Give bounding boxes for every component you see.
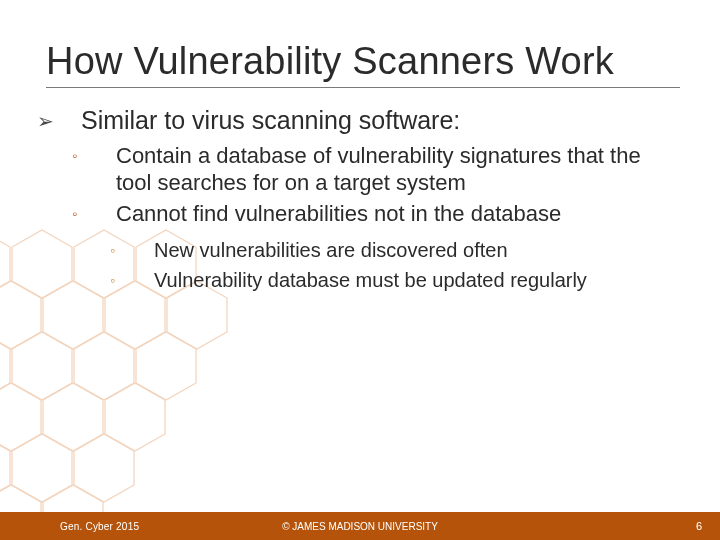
bullet-text: Contain a database of vulnerability sign…: [116, 143, 641, 195]
list-item: ◦New vulnerabilities are discovered ofte…: [132, 237, 680, 263]
list-item: ◦Cannot find vulnerabilities not in the …: [94, 201, 680, 228]
footer-center: © JAMES MADISON UNIVERSITY: [282, 521, 438, 532]
bullet-text: Vulnerability database must be updated r…: [154, 269, 587, 291]
footer-left: Gen. Cyber 2015: [60, 521, 139, 532]
ring-bullet-icon: ◦: [94, 205, 116, 223]
arrow-bullet-icon: ➢: [59, 109, 81, 133]
bullet-list-lvl2: ◦Contain a database of vulnerability sig…: [94, 143, 680, 227]
slide-title: How Vulnerability Scanners Work: [46, 40, 680, 88]
slide-footer: Gen. Cyber 2015 © JAMES MADISON UNIVERSI…: [0, 512, 720, 540]
ring-bullet-icon: ◦: [132, 241, 154, 259]
list-item: ◦Contain a database of vulnerability sig…: [94, 143, 680, 197]
page-number: 6: [696, 520, 702, 532]
list-item: ➢Similar to virus scanning software:: [52, 106, 680, 135]
ring-bullet-icon: ◦: [132, 271, 154, 289]
bullet-text: New vulnerabilities are discovered often: [154, 239, 508, 261]
bullet-text: Similar to virus scanning software:: [81, 106, 460, 134]
bullet-text: Cannot find vulnerabilities not in the d…: [116, 201, 561, 226]
slide-content: How Vulnerability Scanners Work ➢Similar…: [0, 0, 720, 293]
list-item: ◦Vulnerability database must be updated …: [132, 267, 680, 293]
ring-bullet-icon: ◦: [94, 147, 116, 165]
bullet-list-lvl1: ➢Similar to virus scanning software:: [52, 106, 680, 135]
bullet-list-lvl3: ◦New vulnerabilities are discovered ofte…: [132, 237, 680, 293]
